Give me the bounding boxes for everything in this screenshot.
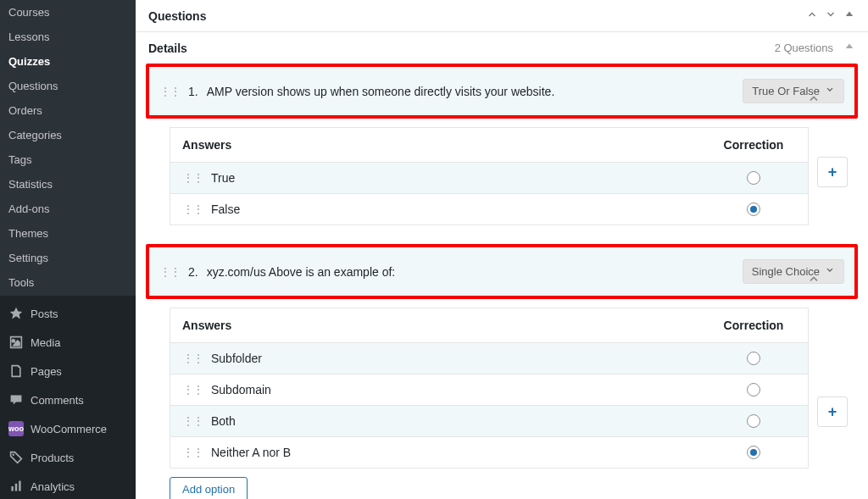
collapse-up-icon[interactable] bbox=[843, 41, 855, 55]
correction-col-header: Correction bbox=[711, 138, 796, 152]
answer-row: ⋮⋮ Both bbox=[170, 406, 808, 437]
sidebar-item-analytics[interactable]: Analytics bbox=[0, 472, 136, 499]
panel-controls bbox=[806, 8, 855, 23]
comment-icon bbox=[8, 392, 24, 408]
question-number: 1. bbox=[188, 85, 198, 98]
answers-container: Answers Correction ⋮⋮ True ⋮⋮ False + bbox=[146, 119, 858, 225]
questions-count: 2 Questions bbox=[775, 41, 855, 55]
correction-radio[interactable] bbox=[747, 352, 760, 365]
drag-handle-icon[interactable]: ⋮⋮ bbox=[159, 265, 180, 279]
sidebar-item-label: Analytics bbox=[31, 480, 75, 493]
product-icon bbox=[8, 450, 24, 465]
chevron-up-icon[interactable] bbox=[775, 272, 853, 288]
svg-point-0 bbox=[11, 339, 15, 343]
sidebar-item-woocommerce[interactable]: woo WooCommerce bbox=[0, 414, 136, 443]
answer-text[interactable]: Subdomain bbox=[211, 383, 711, 396]
question-text[interactable]: AMP version shows up when someone direct… bbox=[207, 85, 735, 98]
sidebar-item-quizzes[interactable]: Quizzes bbox=[0, 49, 136, 74]
chevron-down-icon[interactable] bbox=[825, 8, 837, 23]
answer-row: ⋮⋮ Neither A nor B bbox=[170, 437, 808, 468]
answers-col-header: Answers bbox=[182, 319, 711, 332]
sidebar-item-pages[interactable]: Pages bbox=[0, 357, 136, 385]
answer-row: ⋮⋮ False bbox=[170, 194, 808, 225]
sidebar-item-comments[interactable]: Comments bbox=[0, 385, 136, 414]
sidebar-item-tags[interactable]: Tags bbox=[0, 147, 136, 172]
sidebar-item-addons[interactable]: Add-ons bbox=[0, 197, 136, 221]
drag-handle-icon[interactable]: ⋮⋮ bbox=[182, 446, 203, 459]
sidebar-item-themes[interactable]: Themes bbox=[0, 221, 136, 246]
sidebar-item-orders[interactable]: Orders bbox=[0, 98, 136, 123]
drag-handle-icon[interactable]: ⋮⋮ bbox=[182, 414, 203, 428]
drag-handle-icon[interactable]: ⋮⋮ bbox=[182, 383, 203, 396]
sidebar-item-label: Products bbox=[31, 452, 74, 464]
correction-radio[interactable] bbox=[747, 446, 760, 459]
question-highlight: ⋮⋮ 1. AMP version shows up when someone … bbox=[146, 64, 858, 119]
answers-header: Answers Correction bbox=[170, 128, 808, 163]
analytics-icon bbox=[8, 479, 24, 494]
question-row: ⋮⋮ 1. AMP version shows up when someone … bbox=[149, 67, 854, 115]
question-highlight: ⋮⋮ 2. xyz.com/us Above is an example of:… bbox=[146, 244, 858, 299]
sidebar-item-statistics[interactable]: Statistics bbox=[0, 172, 136, 197]
sidebar-item-label: Posts bbox=[31, 308, 58, 320]
sidebar-item-label: Media bbox=[31, 336, 60, 349]
woo-icon: woo bbox=[8, 421, 24, 436]
drag-handle-icon[interactable]: ⋮⋮ bbox=[182, 352, 203, 365]
chevron-up-icon[interactable] bbox=[806, 8, 818, 23]
answers-table: Answers Correction ⋮⋮ True ⋮⋮ False bbox=[170, 127, 809, 225]
answers-col-header: Answers bbox=[182, 138, 711, 152]
sidebar-item-lessons[interactable]: Lessons bbox=[0, 25, 136, 49]
question-number: 2. bbox=[188, 265, 198, 279]
sidebar-item-tools[interactable]: Tools bbox=[0, 270, 136, 295]
correction-col-header: Correction bbox=[711, 319, 796, 332]
drag-handle-icon[interactable]: ⋮⋮ bbox=[159, 85, 180, 98]
drag-handle-icon[interactable]: ⋮⋮ bbox=[182, 171, 203, 185]
question-row: ⋮⋮ 2. xyz.com/us Above is an example of:… bbox=[149, 247, 854, 296]
question-text[interactable]: xyz.com/us Above is an example of: bbox=[207, 265, 734, 279]
main-content: Questions Details 2 Questions ⋮⋮ 1. AMP … bbox=[136, 0, 868, 499]
panel-header: Questions bbox=[136, 0, 868, 32]
chevron-up-icon[interactable] bbox=[775, 91, 853, 108]
correction-radio[interactable] bbox=[747, 414, 760, 428]
media-icon bbox=[8, 335, 24, 350]
sidebar-item-media[interactable]: Media bbox=[0, 328, 136, 357]
answer-row: ⋮⋮ Subdomain bbox=[170, 374, 808, 406]
answer-row: ⋮⋮ True bbox=[170, 163, 808, 194]
answers-table: Answers Correction ⋮⋮ Subfolder ⋮⋮ Subdo… bbox=[170, 308, 809, 469]
answer-row: ⋮⋮ Subfolder bbox=[170, 343, 808, 374]
collapse-up-icon[interactable] bbox=[843, 8, 855, 23]
correction-radio[interactable] bbox=[747, 383, 760, 396]
answer-text[interactable]: Subfolder bbox=[211, 352, 711, 365]
add-option-button[interactable]: Add option bbox=[170, 477, 248, 499]
details-label: Details bbox=[148, 42, 187, 55]
sidebar-item-categories[interactable]: Categories bbox=[0, 123, 136, 147]
details-bar: Details 2 Questions bbox=[136, 32, 868, 64]
questions-body: ⋮⋮ 1. AMP version shows up when someone … bbox=[136, 64, 868, 499]
answer-text[interactable]: False bbox=[211, 202, 711, 216]
panel-title: Questions bbox=[148, 9, 206, 23]
correction-radio[interactable] bbox=[747, 171, 760, 185]
answers-header: Answers Correction bbox=[170, 308, 808, 343]
sidebar-item-label: WooCommerce bbox=[31, 423, 107, 435]
sidebar-item-settings[interactable]: Settings bbox=[0, 246, 136, 270]
sidebar-item-label: Comments bbox=[31, 394, 84, 407]
sidebar-item-products[interactable]: Products bbox=[0, 443, 136, 472]
sidebar-item-courses[interactable]: Courses bbox=[0, 0, 136, 25]
correction-radio[interactable] bbox=[747, 202, 760, 216]
add-answer-button[interactable]: + bbox=[817, 396, 848, 427]
answers-container: Answers Correction ⋮⋮ Subfolder ⋮⋮ Subdo… bbox=[146, 299, 858, 469]
answer-text[interactable]: Neither A nor B bbox=[211, 446, 711, 459]
page-icon bbox=[8, 363, 24, 379]
sidebar-item-questions[interactable]: Questions bbox=[0, 74, 136, 98]
svg-rect-4 bbox=[19, 481, 20, 491]
answer-text[interactable]: Both bbox=[211, 414, 711, 428]
answer-text[interactable]: True bbox=[211, 171, 711, 185]
drag-handle-icon[interactable]: ⋮⋮ bbox=[182, 202, 203, 216]
svg-rect-3 bbox=[15, 484, 17, 491]
sidebar-item-posts[interactable]: Posts bbox=[0, 299, 136, 328]
add-answer-button[interactable]: + bbox=[817, 157, 848, 187]
svg-rect-2 bbox=[11, 486, 13, 491]
sidebar-item-label: Pages bbox=[31, 365, 62, 378]
admin-sidebar: Courses Lessons Quizzes Questions Orders… bbox=[0, 0, 136, 499]
pin-icon bbox=[8, 306, 24, 321]
question-wrapper: ⋮⋮ 2. xyz.com/us Above is an example of:… bbox=[146, 244, 858, 499]
